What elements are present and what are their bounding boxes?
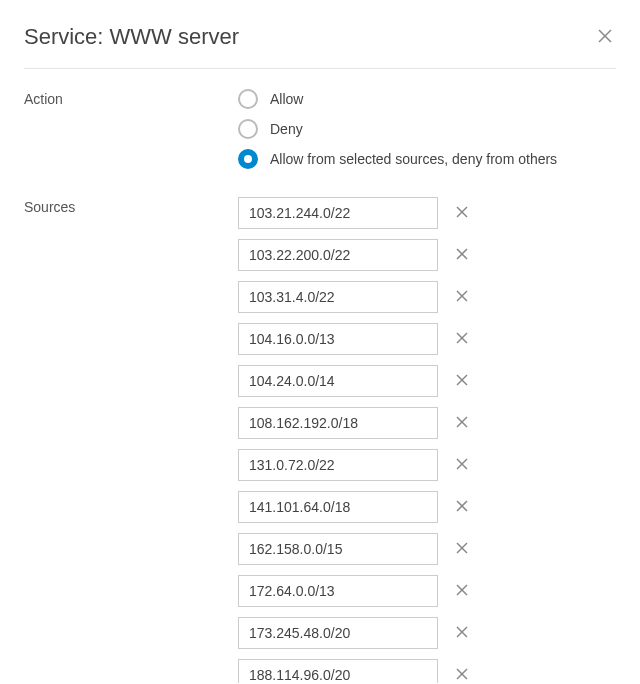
source-item xyxy=(238,281,610,313)
source-item xyxy=(238,491,610,523)
source-input[interactable] xyxy=(238,281,438,313)
remove-source-button[interactable] xyxy=(452,453,472,477)
close-icon xyxy=(456,500,468,512)
remove-source-button[interactable] xyxy=(452,579,472,603)
action-radio-option[interactable]: Allow from selected sources, deny from o… xyxy=(238,149,610,169)
remove-source-button[interactable] xyxy=(452,327,472,351)
action-label: Action xyxy=(24,89,238,179)
source-input[interactable] xyxy=(238,617,438,649)
sources-label: Sources xyxy=(24,197,238,683)
source-item xyxy=(238,617,610,649)
remove-source-button[interactable] xyxy=(452,369,472,393)
remove-source-button[interactable] xyxy=(452,495,472,519)
close-icon xyxy=(456,416,468,428)
close-button[interactable] xyxy=(594,25,616,50)
panel-title: Service: WWW server xyxy=(24,24,239,50)
source-input[interactable] xyxy=(238,197,438,229)
close-icon xyxy=(456,458,468,470)
close-icon xyxy=(456,668,468,680)
radio-icon xyxy=(238,89,258,109)
close-icon xyxy=(456,206,468,218)
source-input[interactable] xyxy=(238,659,438,683)
remove-source-button[interactable] xyxy=(452,411,472,435)
panel-header: Service: WWW server xyxy=(24,24,616,50)
header-divider xyxy=(24,68,616,69)
close-icon xyxy=(456,332,468,344)
source-item xyxy=(238,449,610,481)
source-item xyxy=(238,575,610,607)
source-item xyxy=(238,533,610,565)
radio-label: Allow xyxy=(270,91,303,107)
source-item xyxy=(238,659,610,683)
source-input[interactable] xyxy=(238,323,438,355)
action-options: AllowDenyAllow from selected sources, de… xyxy=(238,89,610,179)
close-icon xyxy=(456,248,468,260)
remove-source-button[interactable] xyxy=(452,537,472,561)
remove-source-button[interactable] xyxy=(452,621,472,645)
close-icon xyxy=(456,374,468,386)
close-icon xyxy=(456,542,468,554)
source-item xyxy=(238,239,610,271)
source-input[interactable] xyxy=(238,575,438,607)
remove-source-button[interactable] xyxy=(452,243,472,267)
source-input[interactable] xyxy=(238,365,438,397)
radio-label: Deny xyxy=(270,121,303,137)
sources-list xyxy=(238,197,610,683)
source-input[interactable] xyxy=(238,533,438,565)
source-item xyxy=(238,365,610,397)
close-icon xyxy=(456,290,468,302)
source-input[interactable] xyxy=(238,407,438,439)
radio-icon xyxy=(238,149,258,169)
source-input[interactable] xyxy=(238,449,438,481)
close-icon xyxy=(456,584,468,596)
action-row: Action AllowDenyAllow from selected sour… xyxy=(24,89,610,179)
source-input[interactable] xyxy=(238,491,438,523)
action-radio-option[interactable]: Deny xyxy=(238,119,610,139)
close-icon xyxy=(598,29,612,43)
source-input[interactable] xyxy=(238,239,438,271)
close-icon xyxy=(456,626,468,638)
radio-label: Allow from selected sources, deny from o… xyxy=(270,151,557,167)
remove-source-button[interactable] xyxy=(452,663,472,683)
remove-source-button[interactable] xyxy=(452,285,472,309)
service-settings-panel: Service: WWW server Action AllowDenyAllo… xyxy=(0,0,640,684)
source-item xyxy=(238,323,610,355)
source-item xyxy=(238,197,610,229)
remove-source-button[interactable] xyxy=(452,201,472,225)
sources-row: Sources xyxy=(24,197,610,683)
panel-content[interactable]: Action AllowDenyAllow from selected sour… xyxy=(24,89,616,683)
action-radio-option[interactable]: Allow xyxy=(238,89,610,109)
source-item xyxy=(238,407,610,439)
radio-icon xyxy=(238,119,258,139)
